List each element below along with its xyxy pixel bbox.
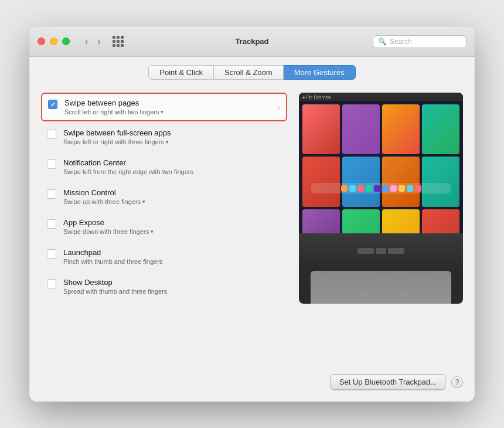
grid-dot — [121, 44, 124, 47]
grid-dot — [113, 36, 115, 39]
footer: Set Up Bluetooth Trackpad... ? — [29, 368, 475, 402]
keyboard-row — [357, 248, 404, 254]
tab-point-click[interactable]: Point & Click — [148, 65, 214, 80]
grid-dot — [117, 44, 120, 47]
gesture-item-swipe-pages: Swipe between pages Scroll left or right… — [41, 93, 287, 121]
gesture-item-app-expose: App Exposé Swipe down with three fingers… — [41, 212, 287, 241]
checkbox-show-desktop[interactable] — [47, 279, 56, 288]
preview-card — [422, 104, 459, 154]
close-button[interactable] — [38, 38, 45, 45]
dock-icon — [374, 185, 380, 192]
gesture-item-show-desktop: Show Desktop Spread with thumb and three… — [41, 272, 287, 301]
gesture-text-launchpad: Launchpad Pinch with thumb and three fin… — [63, 248, 281, 265]
gesture-title-launchpad: Launchpad — [63, 248, 281, 257]
grid-button[interactable] — [109, 35, 127, 48]
gesture-item-swipe-fullscreen: Swipe between full-screen apps Swipe lef… — [41, 123, 287, 151]
trackpad-preview-panel: ● File Edit View — [299, 93, 463, 356]
gesture-item-notification-center: Notification Center Swipe left from the … — [41, 152, 287, 181]
dropdown-arrow-swipe-pages[interactable]: ▾ — [161, 109, 164, 115]
tab-scroll-zoom[interactable]: Scroll & Zoom — [214, 65, 284, 80]
preview-trackpad-area — [311, 271, 451, 304]
minimize-button[interactable] — [50, 38, 57, 45]
gesture-title-app-expose: App Exposé — [63, 218, 281, 227]
grid-dot — [113, 44, 115, 47]
maximize-button[interactable] — [62, 38, 70, 45]
gesture-title-show-desktop: Show Desktop — [63, 278, 281, 287]
dropdown-arrow-mission-control[interactable]: ▾ — [142, 199, 145, 205]
preview-card — [302, 157, 340, 206]
gesture-desc-app-expose: Swipe down with three fingers ▾ — [63, 228, 281, 235]
forward-button[interactable]: › — [94, 35, 104, 48]
preview-card — [342, 209, 380, 233]
window-title: Trackpad — [235, 37, 268, 46]
gesture-text-show-desktop: Show Desktop Spread with thumb and three… — [63, 278, 281, 295]
dock-icon — [366, 185, 372, 192]
preview-dock — [311, 183, 451, 193]
dock-icon — [390, 185, 397, 192]
dock-icon — [407, 185, 413, 192]
preview-menubar-text: ● File Edit View — [302, 95, 331, 99]
checkbox-app-expose[interactable] — [47, 219, 56, 229]
keyboard-key — [357, 248, 374, 254]
gesture-item-mission-control: Mission Control Swipe up with three fing… — [41, 182, 287, 211]
titlebar: ‹ › Trackpad 🔍 — [29, 26, 475, 57]
search-input[interactable] — [390, 38, 461, 46]
gesture-desc-mission-control: Swipe up with three fingers ▾ — [63, 198, 281, 205]
trackpad-preview: ● File Edit View — [299, 93, 463, 304]
preview-menubar: ● File Edit View — [299, 93, 463, 101]
preview-card — [422, 157, 459, 206]
help-button[interactable]: ? — [451, 376, 463, 388]
preview-card — [382, 209, 420, 233]
gesture-desc-swipe-fullscreen: Swipe left or right with three fingers ▾ — [63, 138, 281, 145]
gesture-text-swipe-pages: Swipe between pages Scroll left or right… — [64, 98, 270, 116]
gesture-text-mission-control: Mission Control Swipe up with three fing… — [63, 188, 281, 205]
arrow-indicator: › — [277, 102, 280, 113]
preview-keyboard — [299, 233, 463, 269]
gesture-title-mission-control: Mission Control — [63, 188, 281, 197]
gesture-item-launchpad: Launchpad Pinch with thumb and three fin… — [41, 242, 287, 271]
grid-dot — [113, 40, 115, 43]
keyboard-key — [376, 248, 386, 254]
gesture-text-notification-center: Notification Center Swipe left from the … — [63, 158, 281, 175]
grid-dot — [117, 40, 120, 43]
gesture-desc-launchpad: Pinch with thumb and three fingers — [63, 258, 281, 265]
grid-dot — [121, 40, 124, 43]
gesture-title-notification-center: Notification Center — [63, 158, 281, 167]
dock-icon — [349, 185, 356, 192]
dropdown-arrow-fullscreen[interactable]: ▾ — [166, 139, 169, 145]
checkbox-launchpad[interactable] — [47, 249, 56, 259]
preview-grid — [299, 101, 463, 233]
preview-card — [302, 104, 340, 154]
nav-buttons: ‹ › — [81, 35, 104, 48]
checkbox-swipe-fullscreen[interactable] — [47, 130, 56, 139]
gesture-title-swipe-fullscreen: Swipe between full-screen apps — [63, 128, 281, 137]
tab-more-gestures[interactable]: More Gestures — [284, 65, 356, 80]
tabs-bar: Point & Click Scroll & Zoom More Gesture… — [29, 57, 475, 87]
preview-card — [382, 104, 420, 154]
checkbox-swipe-pages[interactable] — [48, 100, 57, 109]
dock-icon — [357, 185, 364, 192]
preview-card — [302, 209, 340, 233]
window: ‹ › Trackpad 🔍 Point & Click Scroll & — [29, 26, 475, 402]
checkbox-mission-control[interactable] — [47, 189, 56, 199]
gesture-desc-notification-center: Swipe left from the right edge with two … — [63, 168, 281, 175]
grid-icon — [113, 36, 124, 47]
checkbox-notification-center[interactable] — [47, 159, 56, 169]
dock-icon — [415, 185, 421, 192]
gesture-list: Swipe between pages Scroll left or right… — [41, 93, 287, 356]
dock-icon — [341, 185, 348, 192]
preview-card — [382, 157, 420, 206]
dock-icon — [399, 185, 405, 192]
preview-card — [342, 157, 380, 206]
setup-bluetooth-button[interactable]: Set Up Bluetooth Trackpad... — [331, 374, 445, 390]
content-area: Swipe between pages Scroll left or right… — [29, 87, 475, 368]
search-box[interactable]: 🔍 — [373, 35, 466, 48]
search-icon: 🔍 — [378, 38, 387, 46]
gesture-text-swipe-fullscreen: Swipe between full-screen apps Swipe lef… — [63, 128, 281, 145]
back-button[interactable]: ‹ — [81, 35, 91, 48]
dropdown-arrow-app-expose[interactable]: ▾ — [151, 229, 154, 235]
preview-card — [422, 209, 459, 233]
dock-icon — [382, 185, 389, 192]
grid-dot — [121, 36, 124, 39]
traffic-lights — [38, 38, 70, 45]
